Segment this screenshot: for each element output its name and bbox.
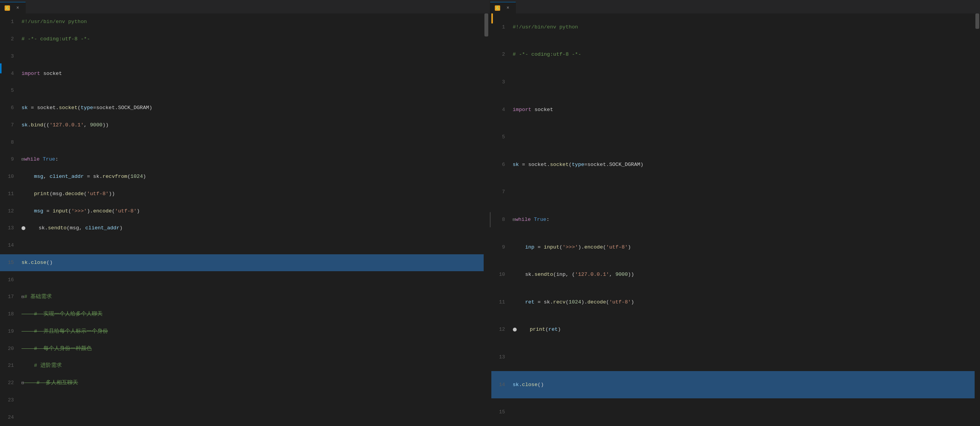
line-number: 8: [0, 134, 18, 151]
line-content[interactable]: [510, 343, 980, 371]
line-content[interactable]: [18, 237, 489, 254]
table-row: 21 # 进阶需求: [0, 357, 489, 375]
line-number: 6: [491, 151, 510, 179]
table-row: 6sk = socket.socket(type=socket.SOCK_DGR…: [0, 99, 489, 117]
line-content[interactable]: sk.sendto(msg, client_addr): [18, 220, 489, 237]
table-row: 10 msg, client_addr = sk.recvfrom(1024): [0, 168, 489, 186]
line-number: 6: [0, 99, 18, 117]
line-number: 3: [491, 68, 510, 96]
line-content[interactable]: sk = socket.socket(type=socket.SOCK_DGRA…: [18, 99, 489, 117]
line-content[interactable]: sk.close(): [18, 254, 489, 272]
line-number: 5: [0, 82, 18, 99]
table-row: 18 # 实现一个人给多个人聊天: [0, 306, 489, 323]
line-content[interactable]: [18, 409, 489, 426]
table-row: 20 # 每个人身份一种颜色: [0, 340, 489, 357]
line-number: 9: [491, 234, 510, 261]
line-number: 24: [0, 409, 18, 426]
line-content[interactable]: sk = socket.socket(type=socket.SOCK_DGRA…: [510, 151, 980, 179]
line-content[interactable]: [18, 392, 489, 409]
line-content[interactable]: ⊟ # 多人相互聊天: [18, 375, 489, 392]
line-content[interactable]: #!/usr/bin/env python: [18, 13, 489, 31]
table-row: 12 msg = input('>>>').encode('utf-8'): [0, 202, 489, 220]
line-number: 7: [491, 179, 510, 206]
table-row: 4import socket: [491, 96, 980, 124]
line-number: 13: [0, 220, 18, 237]
line-content[interactable]: sk.bind(('127.0.0.1', 9000)): [18, 117, 489, 134]
line-content[interactable]: ⊟while True:: [510, 206, 980, 234]
table-row: 24: [0, 409, 489, 426]
editor-client1: 1#!/usr/bin/env python2# -*- coding:utf-…: [491, 13, 980, 426]
tab-client1-close[interactable]: ×: [505, 5, 511, 11]
line-content[interactable]: import socket: [18, 65, 489, 82]
line-number: 16: [0, 271, 18, 288]
table-row: 2# -*- coding:utf-8 -*-: [0, 31, 489, 48]
line-number: 15: [491, 398, 510, 426]
line-number: 11: [0, 186, 18, 203]
line-content[interactable]: [510, 179, 980, 206]
line-content[interactable]: [510, 398, 980, 426]
line-content[interactable]: # 每个人身份一种颜色: [18, 340, 489, 357]
table-row: 14sk.close(): [491, 371, 980, 399]
table-row: 13 sk.sendto(msg, client_addr): [0, 220, 489, 237]
line-number: 17: [0, 288, 18, 306]
line-number: 7: [0, 117, 18, 134]
line-number: 3: [0, 48, 18, 65]
line-number: 15: [0, 254, 18, 272]
line-number: 19: [0, 323, 18, 340]
line-content[interactable]: msg = input('>>>').encode('utf-8'): [18, 202, 489, 220]
table-row: 11 print(msg.decode('utf-8')): [0, 186, 489, 203]
line-content[interactable]: msg, client_addr = sk.recvfrom(1024): [18, 168, 489, 186]
line-content[interactable]: [510, 123, 980, 151]
line-content[interactable]: inp = input('>>>').encode('utf-8'): [510, 234, 980, 261]
table-row: 15sk.close(): [0, 254, 489, 272]
tab-server[interactable]: 🐍 ×: [0, 2, 26, 13]
table-row: 23: [0, 392, 489, 409]
table-row: 19 # 并且给每个人标示一个身份: [0, 323, 489, 340]
line-content[interactable]: print(ret): [510, 316, 980, 344]
client1-code-area[interactable]: 1#!/usr/bin/env python2# -*- coding:utf-…: [491, 13, 980, 426]
line-content[interactable]: # 实现一个人给多个人聊天: [18, 306, 489, 323]
table-row: 5: [491, 123, 980, 151]
table-row: 14: [0, 237, 489, 254]
line-content[interactable]: # -*- coding:utf-8 -*-: [18, 31, 489, 48]
line-content[interactable]: #!/usr/bin/env python: [510, 13, 980, 41]
line-content[interactable]: ⊟while True:: [18, 151, 489, 168]
line-number: 20: [0, 340, 18, 357]
table-row: 1#!/usr/bin/env python: [491, 13, 980, 41]
line-content[interactable]: sk.close(): [510, 371, 980, 399]
line-number: 2: [491, 41, 510, 69]
line-content[interactable]: ret = sk.recv(1024).decode('utf-8'): [510, 288, 980, 316]
table-row: 6sk = socket.socket(type=socket.SOCK_DGR…: [491, 151, 980, 179]
line-content[interactable]: [18, 48, 489, 65]
line-number: 1: [491, 13, 510, 41]
line-content[interactable]: import socket: [510, 96, 980, 124]
line-content[interactable]: [18, 82, 489, 99]
line-number: 5: [491, 123, 510, 151]
line-content[interactable]: print(msg.decode('utf-8')): [18, 186, 489, 203]
tab-client1[interactable]: 🐍 ×: [490, 2, 516, 13]
table-row: 10 sk.sendto(inp, ('127.0.0.1', 9000)): [491, 261, 980, 288]
line-number: 12: [0, 202, 18, 220]
line-content[interactable]: [510, 68, 980, 96]
line-content[interactable]: sk.sendto(inp, ('127.0.0.1', 9000)): [510, 261, 980, 288]
line-number: 14: [491, 371, 510, 399]
table-row: 16: [0, 271, 489, 288]
line-content[interactable]: [18, 134, 489, 151]
line-number: 11: [491, 288, 510, 316]
line-content[interactable]: # -*- coding:utf-8 -*-: [510, 41, 980, 69]
table-row: 9⊟while True:: [0, 151, 489, 168]
table-row: 7sk.bind(('127.0.0.1', 9000)): [0, 117, 489, 134]
python-file-icon-2: 🐍: [495, 5, 500, 11]
server-code-area[interactable]: 1#!/usr/bin/env python2# -*- coding:utf-…: [0, 13, 489, 426]
line-number: 1: [0, 13, 18, 31]
table-row: 8⊟while True:: [491, 206, 980, 234]
line-content[interactable]: [18, 271, 489, 288]
line-content[interactable]: ⊟# 基础需求: [18, 288, 489, 306]
line-content[interactable]: # 进阶需求: [18, 357, 489, 375]
line-content[interactable]: # 并且给每个人标示一个身份: [18, 323, 489, 340]
table-row: 11 ret = sk.recv(1024).decode('utf-8'): [491, 288, 980, 316]
line-number: 21: [0, 357, 18, 375]
table-row: 17⊟# 基础需求: [0, 288, 489, 306]
tab-server-close[interactable]: ×: [15, 5, 21, 11]
table-row: 12 print(ret): [491, 316, 980, 344]
